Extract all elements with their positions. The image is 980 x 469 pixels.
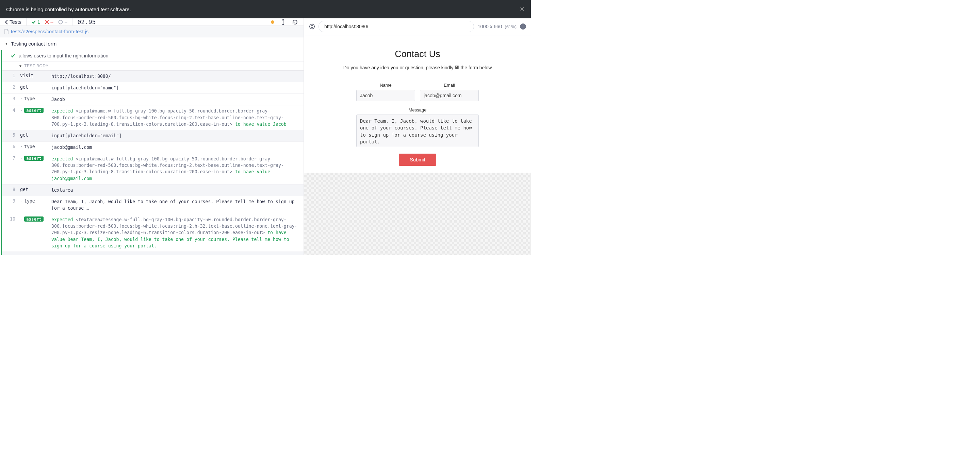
command-name: -assert [19,153,51,184]
command-name: get [19,130,51,141]
command-log: 1visithttp://localhost:8080/2getinput[pl… [2,70,304,255]
viewport-toggle[interactable] [281,19,285,25]
command-name: visit [19,71,51,82]
test-container: allows users to input the right informat… [0,50,304,255]
suite: ▼ Testing contact form allows users to i… [0,37,304,255]
command-name: get [19,82,51,93]
command-row[interactable]: 8gettextarea [2,185,304,196]
command-row[interactable]: 11getform [2,252,304,255]
command-row[interactable]: 4-assertexpected <input#name.w-full.bg-g… [2,105,304,130]
contact-form: Name Email Message Submit [356,82,479,166]
spec-file-link[interactable]: tests/e2e/specs/contact-form-test.js [11,29,89,34]
runner-toolbar: Tests 1 -- -- 02.95 [0,18,304,26]
automation-message: Chrome is being controlled by automated … [6,6,131,12]
app-preview: Contact Us Do you have any idea you or q… [304,35,531,255]
runner-panel: Tests 1 -- -- 02.95 [0,18,304,255]
spec-file-row: tests/e2e/specs/contact-form-test.js [0,26,304,37]
command-row[interactable]: 10-assertexpected <textarea#message.w-fu… [2,214,304,252]
chevron-down-icon: ▼ [5,42,8,46]
timer: 02.95 [77,18,95,25]
command-detail: jacob@gmail.com [51,142,304,153]
svg-point-0 [59,20,63,24]
viewport-dimensions: 1000 x 660 (61%) [477,24,517,29]
email-label: Email [420,82,479,88]
command-number: 2 [2,82,19,93]
email-input[interactable] [420,90,479,101]
chevron-left-icon [5,20,8,24]
test-title: allows users to input the right informat… [19,53,108,59]
test-row[interactable]: allows users to input the right informat… [1,50,304,62]
close-icon[interactable]: ✕ [520,5,525,13]
info-icon[interactable]: i [520,24,526,30]
command-detail: expected <input#name.w-full.bg-gray-100.… [51,105,304,130]
command-number: 5 [2,130,19,141]
command-number: 10 [2,214,19,252]
command-name: -type [19,142,51,153]
preview-underlay [304,173,531,255]
command-row[interactable]: 6-typejacob@gmail.com [2,142,304,153]
name-input[interactable] [356,90,415,101]
command-detail: Jacob [51,94,304,105]
command-number: 4 [2,105,19,130]
command-row[interactable]: 9-typeDear Team, I, Jacob, would like to… [2,196,304,214]
command-detail: input[placeholder="name"] [51,82,304,93]
url-bar: 1000 x 660 (61%) i [304,18,531,35]
command-number: 3 [2,94,19,105]
suite-header[interactable]: ▼ Testing contact form [0,37,304,50]
submit-button[interactable]: Submit [399,154,436,166]
command-number: 9 [2,196,19,214]
command-name: get [19,185,51,196]
chevron-down-icon: ▼ [19,64,22,68]
message-input[interactable] [356,114,479,147]
command-number: 8 [2,185,19,196]
failed-count: -- [45,19,53,25]
command-name: -type [19,94,51,105]
check-icon [11,53,15,58]
command-detail: form [51,252,304,255]
svg-point-2 [311,25,313,27]
url-input[interactable] [318,21,474,32]
command-detail: input[placeholder="email"] [51,130,304,141]
message-label: Message [356,108,479,112]
back-to-tests[interactable]: Tests [5,19,21,25]
command-number: 1 [2,71,19,82]
reload-button[interactable] [292,19,298,25]
command-row[interactable]: 1visithttp://localhost:8080/ [2,71,304,82]
command-detail: textarea [51,185,304,196]
check-icon [31,20,36,24]
app-panel: 1000 x 660 (61%) i Contact Us Do you hav… [304,18,531,255]
selector-playground-button[interactable] [309,24,315,30]
command-detail: http://localhost:8080/ [51,71,304,82]
suite-title: Testing contact form [11,41,56,47]
test-body-label: TEST BODY [24,63,48,68]
circle-icon [58,20,63,24]
command-detail: expected <input#email.w-full.bg-gray-100… [51,153,304,184]
command-row[interactable]: 2getinput[placeholder="name"] [2,82,304,94]
command-row[interactable]: 5getinput[placeholder="email"] [2,130,304,142]
name-label: Name [356,82,415,88]
automation-banner: Chrome is being controlled by automated … [0,0,531,18]
page-subtext: Do you have any idea you or question, pl… [314,65,520,70]
command-detail: expected <textarea#message.w-full.bg-gra… [51,214,304,252]
passed-count: 1 [31,19,40,25]
x-icon [45,20,49,24]
test-body-header[interactable]: ▼ TEST BODY [1,62,304,70]
command-detail: Dear Team, I, Jacob, would like to take … [51,196,304,214]
back-label: Tests [10,19,21,25]
status-dot [271,21,274,24]
command-number: 11 [2,252,19,255]
command-name: get [19,252,51,255]
svg-point-1 [310,24,314,29]
command-row[interactable]: 7-assertexpected <input#email.w-full.bg-… [2,153,304,185]
command-number: 7 [2,153,19,184]
command-name: -type [19,196,51,214]
pending-count: -- [58,19,67,25]
page-heading: Contact Us [314,49,520,59]
file-icon [4,29,9,34]
command-name: -assert [19,105,51,130]
command-name: -assert [19,214,51,252]
command-number: 6 [2,142,19,153]
command-row[interactable]: 3-typeJacob [2,94,304,105]
